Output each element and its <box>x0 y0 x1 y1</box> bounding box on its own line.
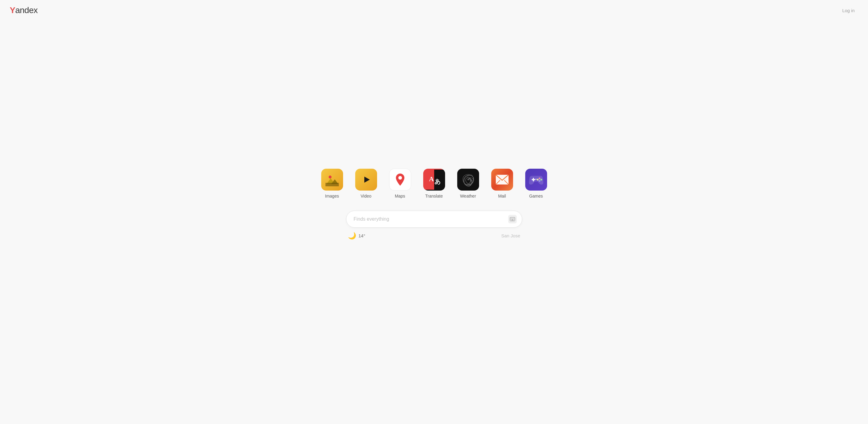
svg-marker-5 <box>364 177 370 183</box>
svg-point-17 <box>538 177 540 179</box>
maps-icon <box>389 169 411 191</box>
svg-text:あ: あ <box>434 178 440 185</box>
svg-rect-25 <box>512 218 512 219</box>
svg-rect-31 <box>511 220 514 221</box>
weather-moon-icon: 🌙 <box>348 232 356 240</box>
logo-y-letter: Y <box>10 5 15 15</box>
svg-rect-28 <box>511 219 511 220</box>
logo[interactable]: Yandex <box>10 5 38 15</box>
weather-left[interactable]: 🌙 14° <box>348 232 366 240</box>
svg-rect-21 <box>535 179 536 180</box>
svg-rect-4 <box>326 183 339 186</box>
video-label: Video <box>361 194 372 198</box>
games-label: Games <box>529 194 543 198</box>
images-label: Images <box>325 194 339 198</box>
app-item-games[interactable]: Games <box>525 169 547 198</box>
games-icon <box>525 169 547 191</box>
header: Yandex Log in <box>0 0 868 21</box>
main-content: Images Video Maps <box>0 21 868 424</box>
weather-app-label: Weather <box>460 194 476 198</box>
app-item-mail[interactable]: Mail <box>491 169 513 198</box>
keyboard-icon[interactable] <box>508 215 517 223</box>
svg-rect-16 <box>533 178 534 181</box>
app-item-video[interactable]: Video <box>355 169 377 198</box>
weather-app-icon <box>457 169 479 191</box>
app-item-weather[interactable]: Weather <box>457 169 479 198</box>
svg-rect-26 <box>513 218 514 219</box>
weather-bar: 🌙 14° San Jose <box>346 232 522 240</box>
svg-point-18 <box>540 179 542 180</box>
search-container <box>346 210 522 228</box>
video-icon <box>355 169 377 191</box>
mail-icon <box>491 169 513 191</box>
translate-label: Translate <box>425 194 443 198</box>
mail-label: Mail <box>498 194 506 198</box>
svg-rect-22 <box>536 179 537 180</box>
images-icon <box>321 169 343 191</box>
apps-grid: Images Video Maps <box>321 169 547 198</box>
svg-rect-24 <box>511 218 511 219</box>
svg-rect-29 <box>512 219 513 220</box>
app-item-images[interactable]: Images <box>321 169 343 198</box>
svg-point-19 <box>538 180 540 182</box>
app-item-translate[interactable]: A あ Translate <box>423 169 445 198</box>
weather-location: San Jose <box>501 233 520 238</box>
app-item-maps[interactable]: Maps <box>389 169 411 198</box>
svg-rect-30 <box>514 219 514 220</box>
login-button[interactable]: Log in <box>839 6 858 15</box>
logo-text: andex <box>15 5 38 15</box>
translate-icon: A あ <box>423 169 445 191</box>
svg-rect-27 <box>514 218 514 219</box>
weather-temperature: 14° <box>359 233 366 238</box>
svg-point-6 <box>398 176 402 180</box>
svg-point-1 <box>329 175 332 178</box>
maps-label: Maps <box>395 194 405 198</box>
svg-text:A: A <box>429 175 434 183</box>
search-input[interactable] <box>346 210 522 228</box>
